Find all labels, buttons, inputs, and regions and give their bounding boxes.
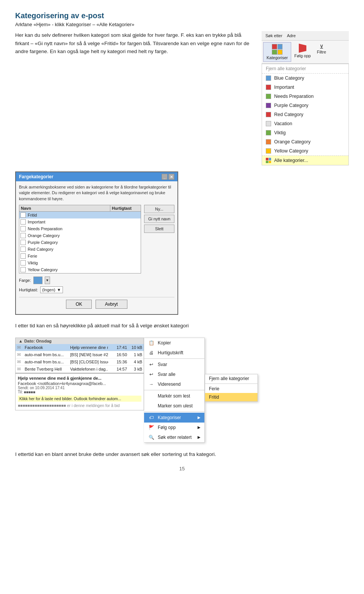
kategoriser-ctx-icon: 🏷 (148, 414, 155, 421)
dialog-list-item-needs-prep[interactable]: Needs Preparation (19, 225, 141, 232)
dialog-list-item-orange[interactable]: Orange Category (19, 232, 141, 239)
fargekategorier-dialog: Fargekategorier _ ✕ Bruk avmerkingsbokse… (15, 171, 178, 315)
vacation-color-box (266, 121, 271, 126)
ctx-hurtigutskrift[interactable]: 🖨 Hurtigutskrift (144, 348, 204, 358)
check-needs-prep[interactable] (20, 226, 26, 231)
svar-icon: ↩ (148, 361, 155, 368)
kategoriser-button[interactable]: Kategoriser (263, 42, 291, 62)
check-purple[interactable] (20, 240, 26, 245)
ctx-sok[interactable]: 🔍 Søk etter relatert ▶ (144, 432, 204, 442)
dialog-list-item-red[interactable]: Red Category (19, 246, 141, 253)
email-row-automail2[interactable]: ✉ auto-mail from bs.u... [BS] [CLOSED] I… (16, 358, 144, 366)
sub-ferie[interactable]: Ferie (205, 385, 257, 393)
dialog-minimize[interactable]: _ (162, 174, 168, 180)
ctx-svar[interactable]: ↩ Svar (144, 360, 204, 369)
dropdown-item-orange[interactable]: Orange Category (262, 137, 348, 146)
follow-button[interactable]: Følg opp (291, 42, 314, 62)
cancel-button[interactable]: Avbryt (96, 300, 127, 309)
check-ferie[interactable] (20, 253, 26, 259)
followup-arrow: ▶ (198, 425, 201, 429)
check-yellow[interactable] (20, 267, 26, 272)
check-red[interactable] (20, 247, 26, 252)
email-row-automail1[interactable]: ✉ auto-mail from bs.u... [BS] [NEW] Issu… (16, 351, 144, 358)
email-icon-4: ✉ (17, 366, 25, 372)
sok-icon: 🔍 (148, 434, 155, 441)
ctx-svar-alle[interactable]: ↩ Svar alle (144, 369, 204, 379)
ctx-kategoriser[interactable]: 🏷 Kategoriser ▶ (144, 413, 204, 423)
check-fritid[interactable] (20, 212, 26, 218)
sub-fjern[interactable]: Fjern alle kategorier (205, 374, 257, 383)
context-menu: 📋 Kopier 🖨 Hurtigutskrift ↩ Svar ↩ Svar … (144, 338, 205, 443)
email-row-facebook[interactable]: ✉ Facebook Hjelp vennene dine me... 17:4… (16, 344, 144, 351)
needs-prep-color-box (266, 94, 271, 99)
paragraph-1: Her kan du selv definerer hvilken katego… (15, 31, 254, 56)
dialog-list-item-important[interactable]: Important (19, 218, 141, 225)
viktig-label: Viktig (274, 130, 286, 135)
follow-label: Følg opp (294, 53, 311, 58)
dropdown-item-viktig[interactable]: Viktig (262, 128, 348, 137)
hurtigutskrift-icon: 🖨 (148, 349, 155, 356)
dropdown-item-purple[interactable]: Purple Category (262, 101, 348, 110)
color-swatch[interactable] (33, 277, 42, 284)
dialog-close[interactable]: ✕ (168, 174, 174, 180)
email-list-panel: ▲ Dato: Onsdag ✉ Facebook Hjelp vennene … (15, 338, 144, 410)
viktig-color-box (266, 130, 271, 135)
page-number: 15 (15, 466, 349, 471)
kategoriser-arrow: ▶ (198, 415, 201, 420)
email-row-bente[interactable]: ✉ Bente Tverberg Hell Vakttelefonen i da… (16, 366, 144, 373)
dialog-list-item-fritid[interactable]: Fritid (19, 212, 141, 218)
email-icon-3: ✉ (17, 359, 25, 365)
dropdown-item-alle[interactable]: Alle kategorier... (262, 156, 348, 165)
markerlest-icon (148, 393, 155, 399)
preview-body: ■■■■■■■■■■■■■■■■■■■■ er i denne meldinge… (18, 403, 141, 408)
ctx-followup[interactable]: 🚩 Følg opp ▶ (144, 423, 204, 432)
ribbon-search-text: Søk etter (264, 33, 284, 39)
date-header: ▲ Dato: Onsdag (16, 338, 144, 344)
check-viktig[interactable] (20, 260, 26, 266)
delete-button[interactable]: Slett (144, 225, 174, 233)
color-dropdown[interactable]: ▼ (45, 277, 50, 284)
kategoriser-submenu: Fjern alle kategorier Ferie Fritid (205, 374, 258, 402)
dropdown-item-fjern[interactable]: Fjern alle kategorier (262, 64, 348, 74)
dropdown-item-blue[interactable]: Blue Category (262, 74, 348, 83)
vacation-label: Vacation (274, 121, 292, 126)
dialog-list-item-ferie[interactable]: Ferie (19, 253, 141, 259)
email-icon-2: ✉ (17, 352, 25, 357)
alle-label: Alle kategorier... (274, 158, 308, 163)
important-label: Important (274, 85, 294, 90)
dropdown-item-needs-prep[interactable]: Needs Preparation (262, 92, 348, 101)
dialog-list-item-purple[interactable]: Purple Category (19, 239, 141, 246)
ctx-markerlest[interactable]: Markér som lest (144, 391, 204, 401)
color-label: Farge: (19, 278, 31, 283)
page-title: Kategorisering av e-post (15, 11, 349, 20)
sub-fritid[interactable]: Fritid (205, 393, 257, 401)
dropdown-item-yellow[interactable]: Yellow Category (262, 146, 348, 156)
ctx-markerulest[interactable]: Marker som ulest (144, 401, 204, 411)
ctx-kopier[interactable]: 📋 Kopier (144, 338, 204, 348)
dropdown-item-important[interactable]: Important (262, 83, 348, 92)
sok-arrow: ▶ (198, 435, 201, 439)
dialog-list-item-viktig[interactable]: Viktig (19, 259, 141, 266)
dropdown-item-vacation[interactable]: Vacation (262, 119, 348, 128)
preview-sent: Sendt: on 10.09.2014 17:41 (18, 386, 141, 390)
orange-label: Orange Category (274, 139, 311, 145)
check-important[interactable] (20, 219, 26, 225)
svar-alle-icon: ↩ (148, 371, 155, 378)
shortcut-select[interactable]: (Ingen) ▼ (40, 286, 63, 293)
needs-prep-label: Needs Preparation (274, 94, 314, 99)
ok-button[interactable]: OK (66, 300, 91, 309)
rename-button[interactable]: Gi nytt navn (144, 215, 174, 223)
check-orange[interactable] (20, 233, 26, 238)
preview-notice: Klikk her for å laste ned bilder. Outloo… (18, 396, 141, 402)
ctx-videresend[interactable]: → Videresend (144, 379, 204, 389)
purple-color-box (266, 103, 271, 108)
kategoriser-label: Kategoriser (267, 55, 288, 60)
new-button[interactable]: Ny... (144, 205, 174, 213)
dialog-list-item-yellow[interactable]: Yellow Category (19, 266, 141, 273)
filter-button[interactable]: ⊻ Filtre (314, 42, 329, 62)
videresend-icon: → (148, 381, 155, 388)
subtitle: Arkfane «Hjem» - klikk Kategoriser – «Al… (15, 22, 349, 27)
kopier-icon: 📋 (148, 339, 155, 346)
ribbon-adresse: Adre (286, 33, 297, 39)
dropdown-item-red[interactable]: Red Category (262, 110, 348, 119)
